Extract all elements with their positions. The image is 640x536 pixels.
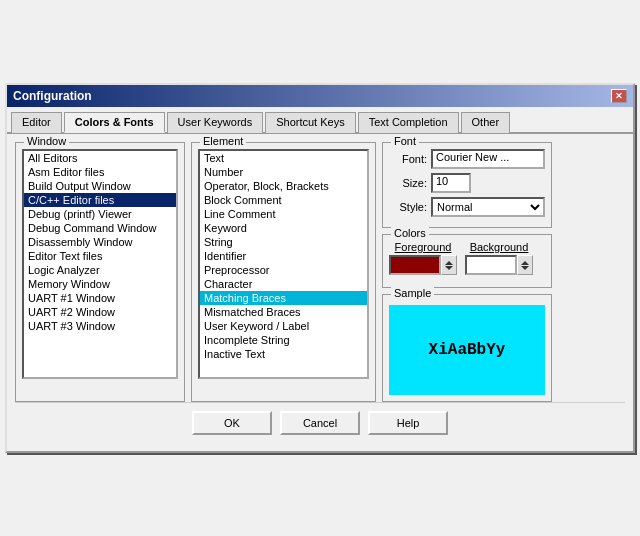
element-list-item[interactable]: Number bbox=[200, 165, 367, 179]
font-section: Font Font: Courier New ... Size: 10 Styl… bbox=[382, 142, 552, 228]
window-list-item[interactable]: UART #1 Window bbox=[24, 291, 176, 305]
title-bar: Configuration ✕ bbox=[7, 85, 633, 107]
fg-label-text: Foreground bbox=[395, 241, 452, 253]
foreground-color-box[interactable] bbox=[389, 255, 441, 275]
element-list-item[interactable]: Inactive Text bbox=[200, 347, 367, 361]
colors-section: Colors Foreground bbox=[382, 234, 552, 288]
element-list-item[interactable]: Preprocessor bbox=[200, 263, 367, 277]
foreground-color-dropdown[interactable] bbox=[441, 255, 457, 275]
foreground-col: Foreground bbox=[389, 241, 457, 275]
element-list[interactable]: TextNumberOperator, Block, BracketsBlock… bbox=[198, 149, 369, 379]
window-list-item[interactable]: UART #3 Window bbox=[24, 319, 176, 333]
element-list-item[interactable]: User Keyword / Label bbox=[200, 319, 367, 333]
element-panel-title: Element bbox=[200, 135, 246, 147]
bg-color-row bbox=[465, 255, 533, 275]
main-window: Configuration ✕ Editor Colors & Fonts Us… bbox=[5, 83, 635, 453]
foreground-label: Foreground bbox=[395, 241, 452, 253]
element-list-item[interactable]: Matching Braces bbox=[200, 291, 367, 305]
window-list-item[interactable]: Memory Window bbox=[24, 277, 176, 291]
size-row: Size: 10 bbox=[389, 173, 545, 193]
window-list-item[interactable]: C/C++ Editor files bbox=[24, 193, 176, 207]
down-arrow-icon bbox=[445, 266, 453, 270]
element-list-item[interactable]: Operator, Block, Brackets bbox=[200, 179, 367, 193]
element-list-item[interactable]: String bbox=[200, 235, 367, 249]
window-list-item[interactable]: UART #2 Window bbox=[24, 305, 176, 319]
down-arrow-icon2 bbox=[521, 266, 529, 270]
element-list-item[interactable]: Text bbox=[200, 151, 367, 165]
fg-color-row bbox=[389, 255, 457, 275]
style-select[interactable]: Normal Bold Italic Bold Italic bbox=[431, 197, 545, 217]
window-list-item[interactable]: Disassembly Window bbox=[24, 235, 176, 249]
bg-label-text: Background bbox=[470, 241, 529, 253]
background-label: Background bbox=[470, 241, 529, 253]
window-list-item[interactable]: Editor Text files bbox=[24, 249, 176, 263]
window-title: Configuration bbox=[13, 89, 92, 103]
background-color-dropdown[interactable] bbox=[517, 255, 533, 275]
main-content: Window All EditorsAsm Editor filesBuild … bbox=[7, 134, 633, 451]
up-arrow-icon bbox=[445, 261, 453, 265]
element-list-item[interactable]: Incomplete String bbox=[200, 333, 367, 347]
window-panel: Window All EditorsAsm Editor filesBuild … bbox=[15, 142, 185, 402]
background-col: Background bbox=[465, 241, 533, 275]
help-button[interactable]: Help bbox=[368, 411, 448, 435]
colors-section-title: Colors bbox=[391, 227, 429, 239]
tab-shortcut-keys[interactable]: Shortcut Keys bbox=[265, 112, 355, 133]
element-list-item[interactable]: Identifier bbox=[200, 249, 367, 263]
tab-bar: Editor Colors & Fonts User Keywords Shor… bbox=[7, 107, 633, 134]
window-list-item[interactable]: Asm Editor files bbox=[24, 165, 176, 179]
style-label: Style: bbox=[389, 201, 427, 213]
window-list-item[interactable]: Debug (printf) Viewer bbox=[24, 207, 176, 221]
element-list-item[interactable]: Character bbox=[200, 277, 367, 291]
element-list-item[interactable]: Block Comment bbox=[200, 193, 367, 207]
element-panel: Element TextNumberOperator, Block, Brack… bbox=[191, 142, 376, 402]
sample-box: XiAaBbYy bbox=[389, 305, 545, 395]
cancel-button[interactable]: Cancel bbox=[280, 411, 360, 435]
background-color-box[interactable] bbox=[465, 255, 517, 275]
window-list-item[interactable]: All Editors bbox=[24, 151, 176, 165]
size-label: Size: bbox=[389, 177, 427, 189]
tab-text-completion[interactable]: Text Completion bbox=[358, 112, 459, 133]
up-arrow-icon2 bbox=[521, 261, 529, 265]
bottom-bar: OK Cancel Help bbox=[15, 402, 625, 443]
window-list-wrapper: All EditorsAsm Editor filesBuild Output … bbox=[22, 149, 178, 379]
font-input[interactable]: Courier New ... bbox=[431, 149, 545, 169]
close-button[interactable]: ✕ bbox=[611, 89, 627, 103]
colors-row: Foreground bbox=[389, 241, 545, 275]
element-list-item[interactable]: Line Comment bbox=[200, 207, 367, 221]
tab-other[interactable]: Other bbox=[461, 112, 511, 133]
right-panel: Font Font: Courier New ... Size: 10 Styl… bbox=[382, 142, 552, 402]
font-row: Font: Courier New ... bbox=[389, 149, 545, 169]
tab-editor[interactable]: Editor bbox=[11, 112, 62, 133]
size-input[interactable]: 10 bbox=[431, 173, 471, 193]
font-section-title: Font bbox=[391, 135, 419, 147]
tab-user-keywords[interactable]: User Keywords bbox=[167, 112, 264, 133]
window-list[interactable]: All EditorsAsm Editor filesBuild Output … bbox=[22, 149, 178, 379]
ok-button[interactable]: OK bbox=[192, 411, 272, 435]
sample-section: Sample XiAaBbYy bbox=[382, 294, 552, 402]
window-list-item[interactable]: Build Output Window bbox=[24, 179, 176, 193]
sample-section-title: Sample bbox=[391, 287, 434, 299]
element-list-item[interactable]: Mismatched Braces bbox=[200, 305, 367, 319]
title-controls: ✕ bbox=[611, 89, 627, 103]
element-list-wrapper: TextNumberOperator, Block, BracketsBlock… bbox=[198, 149, 369, 379]
font-label: Font: bbox=[389, 153, 427, 165]
panels-container: Window All EditorsAsm Editor filesBuild … bbox=[15, 142, 625, 402]
window-list-item[interactable]: Debug Command Window bbox=[24, 221, 176, 235]
tab-colors-fonts[interactable]: Colors & Fonts bbox=[64, 112, 165, 133]
window-list-item[interactable]: Logic Analyzer bbox=[24, 263, 176, 277]
style-row: Style: Normal Bold Italic Bold Italic bbox=[389, 197, 545, 217]
element-list-item[interactable]: Keyword bbox=[200, 221, 367, 235]
window-panel-title: Window bbox=[24, 135, 69, 147]
